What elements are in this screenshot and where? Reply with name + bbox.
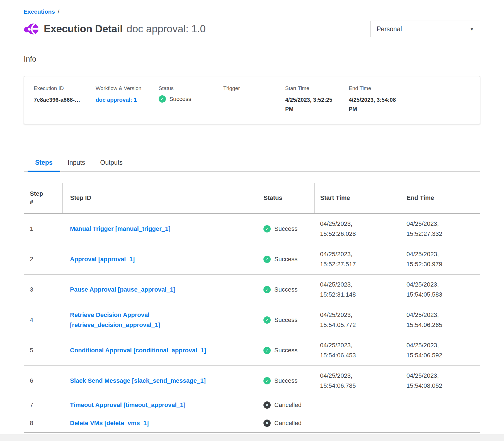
- start-time: [314, 396, 402, 414]
- check-circle-icon: [159, 95, 166, 103]
- status-badge: Success: [263, 224, 312, 234]
- title-divider: [24, 44, 480, 44]
- page-subtitle: doc approval: 1.0: [127, 23, 206, 35]
- start-time-label: Start Time: [285, 85, 349, 91]
- status-badge: Success: [263, 315, 312, 325]
- table-row: 2 Approval [approval_1] Success 04/25/20…: [24, 244, 480, 275]
- table-row: 8 Delete VMs [delete_vms_1] Cancelled: [24, 414, 480, 433]
- table-header-row: Step # Step ID Status Start Time End Tim…: [24, 183, 480, 214]
- end-time: [402, 396, 480, 414]
- start-time-field: Start Time 4/25/2023, 3:52:25 PM: [285, 85, 349, 114]
- workflow-version-link[interactable]: doc approval: 1: [96, 95, 159, 105]
- tab-bar: Steps Inputs Outputs: [24, 155, 480, 172]
- status-text: Success: [274, 345, 297, 355]
- start-time: 04/25/2023, 15:54:06.453: [314, 335, 402, 366]
- trigger-label: Trigger: [223, 85, 285, 91]
- start-time: 04/25/2023, 15:52:31.148: [314, 275, 402, 305]
- workflow-version-field: Workflow & Version doc approval: 1: [96, 85, 159, 114]
- step-number: 1: [24, 214, 62, 244]
- chevron-down-icon: ▼: [470, 27, 474, 32]
- step-link[interactable]: Slack Send Message [slack_send_message_1…: [70, 376, 206, 386]
- status-badge: Success: [159, 95, 223, 103]
- status-label: Status: [159, 85, 223, 91]
- step-number: 8: [24, 414, 62, 433]
- tab-steps[interactable]: Steps: [28, 155, 60, 172]
- table-row: 4 Retrieve Decision Approval [retrieve_d…: [24, 305, 480, 335]
- col-header-end-time: End Time: [402, 183, 480, 214]
- end-time: 04/25/2023, 15:54:08.052: [402, 366, 480, 396]
- execution-id-field: Execution ID 7e8ac396-a868-…: [34, 85, 96, 114]
- info-divider: [24, 68, 480, 68]
- step-number: 4: [24, 305, 62, 335]
- status-icon: [263, 225, 271, 232]
- execution-id-label: Execution ID: [34, 85, 96, 91]
- status-badge: Cancelled: [263, 418, 312, 428]
- step-number: 6: [24, 366, 62, 396]
- step-number: 3: [24, 275, 62, 305]
- start-time: 04/25/2023, 15:54:05.772: [314, 305, 402, 335]
- table-row: 1 Manual Trigger [manual_trigger_1] Succ…: [24, 214, 480, 244]
- col-header-start-time: Start Time: [314, 183, 402, 214]
- status-field: Status Success: [159, 85, 223, 114]
- status-icon: [263, 256, 271, 263]
- end-time-field: End Time 4/25/2023, 3:54:08 PM: [349, 85, 474, 114]
- page-title: Execution Detail: [44, 23, 123, 35]
- step-link[interactable]: Pause Approval [pause_approval_1]: [70, 285, 175, 295]
- step-number: 2: [24, 244, 62, 275]
- table-row: 7 Timeout Approval [timeout_approval_1] …: [24, 396, 480, 414]
- status-icon: [263, 401, 271, 409]
- status-icon: [263, 420, 271, 427]
- status-badge: Success: [263, 376, 312, 386]
- workspace-dropdown[interactable]: Personal ▼: [370, 21, 480, 37]
- col-header-status: Status: [257, 183, 314, 214]
- execution-detail-page: Executions / Execution Detail doc approv…: [0, 0, 504, 433]
- status-badge: Success: [263, 345, 312, 355]
- info-section-title: Info: [24, 55, 480, 64]
- page-bottom-strip: [0, 434, 504, 441]
- status-text: Success: [274, 254, 297, 264]
- title-row: Execution Detail doc approval: 1.0 Perso…: [24, 21, 480, 37]
- step-number: 5: [24, 335, 62, 366]
- tab-inputs[interactable]: Inputs: [60, 155, 93, 172]
- info-card: Execution ID 7e8ac396-a868-… Workflow & …: [24, 76, 480, 124]
- breadcrumb-separator: /: [58, 8, 59, 15]
- breadcrumb-executions-link[interactable]: Executions: [24, 8, 55, 15]
- step-link[interactable]: Approval [approval_1]: [70, 254, 135, 264]
- start-time-value: 4/25/2023, 3:52:25 PM: [285, 95, 341, 114]
- status-text: Success: [274, 285, 297, 295]
- status-icon: [263, 316, 271, 324]
- end-time: 04/25/2023, 15:52:30.979: [402, 244, 480, 275]
- status-icon: [263, 347, 271, 354]
- step-link[interactable]: Conditional Approval [conditional_approv…: [70, 345, 206, 355]
- col-header-step-num: Step #: [24, 183, 62, 214]
- execution-id-value: 7e8ac396-a868-…: [34, 95, 96, 105]
- status-text: Success: [169, 96, 191, 102]
- trigger-field: Trigger: [223, 85, 285, 114]
- workflow-icon: [24, 22, 39, 36]
- status-text: Cancelled: [274, 400, 302, 410]
- status-icon: [263, 286, 271, 293]
- status-text: Success: [274, 376, 297, 386]
- end-time: 04/25/2023, 15:54:06.592: [402, 335, 480, 366]
- start-time: [314, 414, 402, 433]
- status-text: Cancelled: [274, 418, 302, 428]
- table-row: 3 Pause Approval [pause_approval_1] Succ…: [24, 275, 480, 305]
- workflow-version-label: Workflow & Version: [96, 85, 159, 91]
- start-time: 04/25/2023, 15:52:27.517: [314, 244, 402, 275]
- start-time: 04/25/2023, 15:54:06.785: [314, 366, 402, 396]
- table-row: 5 Conditional Approval [conditional_appr…: [24, 335, 480, 366]
- col-header-step-id: Step ID: [62, 183, 257, 214]
- tab-outputs[interactable]: Outputs: [93, 155, 130, 172]
- end-time-value: 4/25/2023, 3:54:08 PM: [349, 95, 404, 114]
- status-badge: Cancelled: [263, 400, 312, 410]
- status-icon: [263, 377, 271, 384]
- end-time: 04/25/2023, 15:52:27.332: [402, 214, 480, 244]
- step-link[interactable]: Timeout Approval [timeout_approval_1]: [70, 400, 185, 410]
- step-link[interactable]: Retrieve Decision Approval [retrieve_dec…: [70, 310, 226, 330]
- breadcrumb: Executions /: [24, 8, 480, 15]
- end-time: 04/25/2023, 15:54:05.583: [402, 275, 480, 305]
- step-link[interactable]: Delete VMs [delete_vms_1]: [70, 418, 149, 428]
- workspace-dropdown-value: Personal: [377, 25, 402, 33]
- end-time: [402, 414, 480, 433]
- step-link[interactable]: Manual Trigger [manual_trigger_1]: [70, 224, 171, 234]
